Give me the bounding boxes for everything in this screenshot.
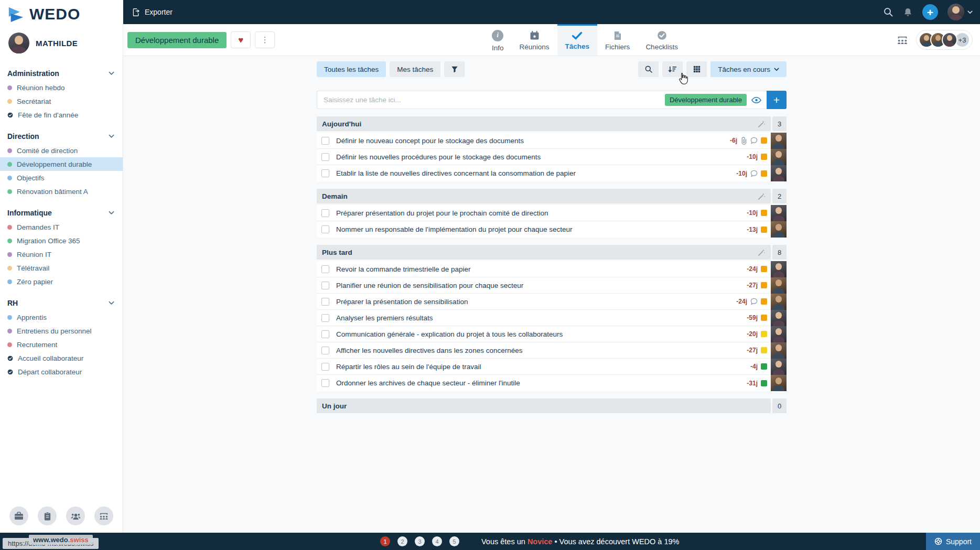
sidebar-item-migration-office-365[interactable]: Migration Office 365 (0, 234, 123, 247)
task-checkbox[interactable] (321, 314, 329, 322)
sidebar-item-zero-papier[interactable]: Zéro papier (0, 275, 123, 288)
task-checkbox[interactable] (321, 298, 329, 306)
task-row[interactable]: Etablir la liste de nouvelles directives… (317, 165, 787, 181)
task-checkbox[interactable] (321, 225, 329, 233)
members-pill[interactable]: +3 (916, 30, 973, 50)
magic-wand-icon[interactable] (758, 249, 766, 256)
assignee-avatar[interactable] (771, 342, 787, 359)
user-menu[interactable] (947, 4, 973, 20)
clipboard-icon[interactable] (38, 506, 57, 525)
task-row[interactable]: Répartir les rôles au sein de l'équipe d… (317, 359, 787, 375)
sidebar-item-secretariat[interactable]: Secrétariat (0, 94, 123, 108)
magic-wand-icon[interactable] (758, 192, 766, 200)
task-checkbox[interactable] (321, 153, 329, 161)
assignee-avatar[interactable] (771, 294, 787, 310)
task-checkbox[interactable] (321, 282, 329, 289)
task-checkbox[interactable] (321, 363, 329, 371)
task-row[interactable]: Revoir la commande trimestrielle de papi… (317, 261, 787, 277)
task-checkbox[interactable] (321, 209, 329, 217)
all-tasks-button[interactable]: Toutes les tâches (317, 61, 386, 77)
grid-view-button[interactable] (686, 61, 707, 77)
assignee-avatar[interactable] (771, 261, 787, 277)
task-row[interactable]: Préparer la présentation de sensibilisat… (317, 294, 787, 310)
sidebar-item-depart-collaborateur[interactable]: Départ collaborateur (0, 365, 123, 379)
section-header[interactable]: Aujourd'hui (317, 116, 771, 131)
my-tasks-button[interactable]: Mes tâches (390, 61, 440, 77)
task-checkbox[interactable] (321, 265, 329, 273)
sidebar-item-apprentis[interactable]: Apprentis (0, 310, 123, 324)
magic-wand-icon[interactable] (758, 120, 766, 128)
section-header[interactable]: Un jour (317, 398, 771, 413)
assignee-avatar[interactable] (771, 205, 787, 221)
sidebar-section-informatique[interactable]: Informatique (0, 203, 123, 220)
logo[interactable]: WEDO (0, 0, 123, 25)
task-workspace-badge[interactable]: Développement durable (665, 94, 747, 106)
workspace-badge[interactable]: Développement durable (127, 32, 227, 48)
assignee-avatar[interactable] (771, 359, 787, 375)
task-checkbox[interactable] (321, 169, 329, 177)
task-checkbox[interactable] (321, 137, 329, 145)
sidebar-item-comite-de-direction[interactable]: Comité de direction (0, 144, 123, 157)
step-3[interactable]: 3 (415, 536, 425, 546)
briefcase-icon[interactable] (9, 506, 28, 525)
watchers-button[interactable] (751, 96, 761, 104)
sidebar-item-reunion-it[interactable]: Réunion IT (0, 247, 123, 261)
sidebar-section-rh[interactable]: RH (0, 294, 123, 310)
sidebar-item-reunion-hebdo[interactable]: Réunion hebdo (0, 81, 123, 94)
assignee-avatar[interactable] (771, 277, 787, 294)
task-row[interactable]: Définir les nouvelles procédures pour le… (317, 149, 787, 165)
sidebar-item-renovation-batiment-a[interactable]: Rénovation bâtiment A (0, 185, 123, 198)
assignee-avatar[interactable] (771, 326, 787, 342)
section-header[interactable]: Demain (317, 189, 771, 203)
add-task-button[interactable]: + (767, 91, 787, 109)
assignee-avatar[interactable] (771, 165, 787, 181)
step-2[interactable]: 2 (397, 536, 407, 546)
section-header[interactable]: Plus tard (317, 245, 771, 260)
sidebar-item-developpement-durable[interactable]: Développement durable (0, 157, 123, 171)
sidebar-section-administration[interactable]: Administration (0, 64, 123, 81)
task-row[interactable]: Communication générale - explication du … (317, 326, 787, 342)
support-button[interactable]: Support (926, 533, 980, 550)
tab-info[interactable]: i Info (484, 24, 512, 56)
new-task-input[interactable] (317, 96, 665, 104)
teams-icon[interactable] (94, 506, 113, 525)
sidebar-section-direction[interactable]: Direction (0, 127, 123, 144)
tab-taches[interactable]: Tâches (557, 24, 598, 56)
tab-reunions[interactable]: Réunions (512, 24, 557, 56)
search-tasks-button[interactable] (638, 61, 659, 77)
tab-checklists[interactable]: Checklists (638, 24, 686, 56)
search-icon[interactable] (883, 7, 893, 17)
bell-icon[interactable] (903, 7, 913, 17)
task-checkbox[interactable] (321, 347, 329, 354)
assignee-avatar[interactable] (771, 149, 787, 165)
task-row[interactable]: Nommer un responsable de l'implémentatio… (317, 221, 787, 238)
task-row[interactable]: Analyser les premiers résultats -59j (317, 310, 787, 326)
sidebar-item-teletravail[interactable]: Télétravail (0, 261, 123, 275)
add-button[interactable]: + (922, 4, 938, 20)
assignee-avatar[interactable] (771, 375, 787, 391)
sort-button[interactable] (662, 61, 683, 77)
favorite-button[interactable]: ♥ (231, 31, 251, 48)
status-filter-dropdown[interactable]: Tâches en cours (710, 61, 787, 77)
sidebar-item-recrutement[interactable]: Recrutement (0, 338, 123, 351)
step-1[interactable]: 1 (380, 536, 390, 546)
members-icon[interactable] (896, 36, 909, 45)
sidebar-item-accueil-collaborateur[interactable]: Accueil collaborateur (0, 351, 123, 365)
task-row[interactable]: Afficher les nouvelles directives dans l… (317, 342, 787, 359)
task-row[interactable]: Préparer présentation du projet pour le … (317, 205, 787, 221)
assignee-avatar[interactable] (771, 221, 787, 238)
task-row[interactable]: Planifier une réunion de sensibilisation… (317, 277, 787, 294)
assignee-avatar[interactable] (771, 310, 787, 326)
task-row[interactable]: Ordonner les archives de chaque secteur … (317, 375, 787, 391)
export-button[interactable]: Exporter (132, 8, 173, 17)
step-4[interactable]: 4 (432, 536, 442, 546)
task-checkbox[interactable] (321, 330, 329, 338)
sidebar-item-entretiens-du-personnel[interactable]: Entretiens du personnel (0, 324, 123, 338)
task-row[interactable]: Définir le nouveau concept pour le stock… (317, 133, 787, 149)
current-user[interactable]: MATHILDE (0, 25, 123, 57)
more-options-button[interactable]: ⋮ (255, 31, 275, 48)
sidebar-item-fete-de-fin-dannee[interactable]: Fête de fin d'année (0, 108, 123, 122)
assignee-avatar[interactable] (771, 133, 787, 149)
task-checkbox[interactable] (321, 379, 329, 387)
step-5[interactable]: 5 (449, 536, 459, 546)
